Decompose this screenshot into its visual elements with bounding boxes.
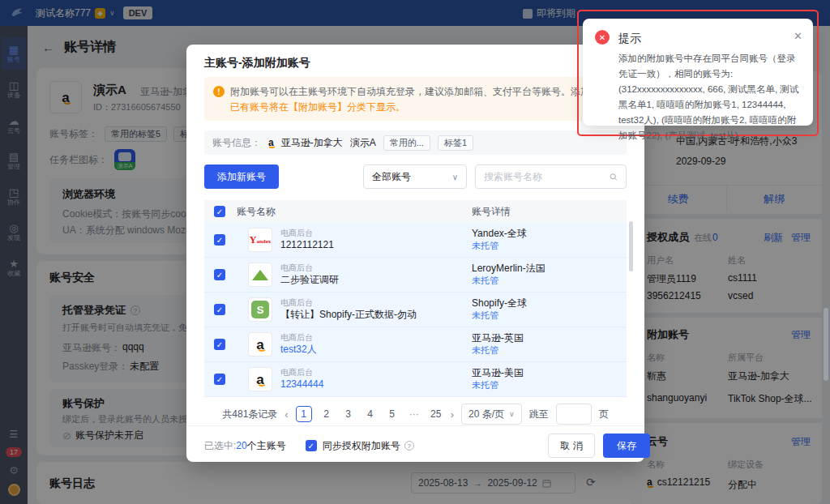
table-row[interactable]: ✓ 电商后台 二步验证调研 LeroyMerlin-法国 未托管 (204, 258, 627, 293)
table-scrollbar[interactable] (629, 221, 633, 395)
col-account-detail: 账号详情 (472, 205, 511, 219)
table-row[interactable]: ✓ a 电商后台 test32人 亚马逊-英国 未托管 (204, 327, 627, 362)
row-status-link[interactable]: 未托管 (472, 240, 527, 252)
banner-highlight: 已有账号将在【附加账号】分类下显示。 (230, 101, 405, 113)
row-status-link[interactable]: 未托管 (472, 379, 524, 391)
sync-auth-checkbox[interactable]: ✓ (306, 440, 317, 451)
amazon-logo: a (248, 367, 272, 391)
jump-suffix: 页 (599, 408, 609, 421)
amazon-logo: a (248, 332, 272, 357)
yandex-logo: Yandex (248, 228, 272, 252)
modal-title: 主账号-添加附加账号 (204, 56, 310, 70)
search-icon[interactable] (610, 172, 618, 182)
page-2[interactable]: 2 (319, 408, 334, 420)
col-account-name: 账号名称 (237, 205, 276, 219)
row-checkbox[interactable]: ✓ (214, 304, 225, 315)
page-ellipsis[interactable]: ··· (407, 408, 421, 420)
add-attach-account-modal: 主账号-添加附加账号 ! 附加账号可以在主账号环境下自动填充登录，建议添加邮箱、… (186, 45, 644, 462)
row-platform: LeroyMerlin-法国 (472, 262, 545, 275)
row-type: 电商后台 (280, 368, 467, 378)
table-row[interactable]: ✓ Yandex 电商后台 1212112121 Yandex-全球 未托管 (204, 223, 627, 258)
page-1[interactable]: 1 (296, 406, 312, 422)
pagination: 共481条记录 ‹ 1 2 3 4 5 ··· 25 › 20 条/页 ∨ 跳至… (204, 404, 627, 425)
search-box (475, 164, 627, 189)
row-platform: 亚马逊-英国 (472, 331, 524, 344)
row-status-link[interactable]: 未托管 (472, 275, 545, 287)
add-new-account-button[interactable]: 添加新账号 (204, 164, 279, 189)
app-window: 测试名称777 ◆ ∨ DEV 即将到期 ▦ 账号 ◫ 设备 ☁ 云号 ▤ 管理… (0, 0, 830, 504)
row-platform: 亚马逊-美国 (472, 366, 524, 379)
row-platform: Yandex-全球 (472, 227, 527, 240)
toast-highlight-annotation: ✕ 提示 ✕ 添加的附加账号中存在同平台同账号（登录凭证一致），相同的账号为: … (577, 10, 819, 136)
total-records: 共481条记录 (222, 408, 277, 421)
filter-value: 全部账号 (372, 170, 411, 184)
jump-label: 跳至 (529, 408, 549, 421)
row-status-link[interactable]: 未托管 (472, 310, 527, 322)
page-3[interactable]: 3 (341, 408, 356, 420)
row-type: 电商后台 (280, 298, 467, 308)
page-size-value: 20 条/页 (468, 408, 504, 421)
account-filter-select[interactable]: 全部账号 ∨ (363, 164, 467, 189)
shopify-logo: S (248, 297, 272, 322)
toast-title: 提示 (618, 32, 641, 46)
row-type: 电商后台 (280, 263, 467, 273)
selected-count: 20 (236, 440, 246, 451)
close-icon[interactable]: ✕ (794, 30, 802, 42)
row-type: 电商后台 (280, 333, 467, 343)
error-icon: ✕ (595, 30, 610, 45)
leroymerlin-logo (248, 263, 272, 287)
table-header: ✓ 账号名称 账号详情 (204, 200, 627, 223)
page-4[interactable]: 4 (363, 408, 378, 420)
sync-auth-label: 同步授权附加账号 (323, 439, 400, 453)
page-25[interactable]: 25 (429, 408, 443, 420)
row-checkbox[interactable]: ✓ (214, 234, 225, 246)
error-toast: ✕ 提示 ✕ 添加的附加账号中存在同平台同账号（登录凭证一致），相同的账号为: … (583, 19, 813, 126)
row-name: 【转让】Shopify-正式数据-勿动 (280, 308, 467, 321)
search-input[interactable] (484, 171, 610, 182)
row-type: 电商后台 (280, 229, 467, 238)
row-checkbox[interactable]: ✓ (214, 269, 225, 280)
selected-label: 已选中: (204, 439, 236, 453)
page-5[interactable]: 5 (385, 408, 400, 420)
table-row[interactable]: ✓ a 电商后台 12344444 亚马逊-美国 未托管 (204, 362, 627, 397)
cancel-button[interactable]: 取 消 (548, 434, 595, 458)
save-button[interactable]: 保存 (603, 434, 650, 458)
jump-page-input[interactable] (556, 404, 592, 425)
info-tag: 常用的... (383, 135, 430, 151)
info-label: 账号信息： (212, 136, 261, 150)
banner-text: 附加账号可以在主账号环境下自动填充登录，建议添加邮箱、支付平台等账号。添加后， (230, 86, 610, 97)
warning-banner: ! 附加账号可以在主账号环境下自动填充登录，建议添加邮箱、支付平台等账号。添加后… (204, 77, 627, 121)
row-name: 1212112121 (280, 238, 467, 251)
select-all-checkbox[interactable]: ✓ (214, 206, 225, 217)
page-size-select[interactable]: 20 条/页 ∨ (461, 404, 522, 425)
help-icon[interactable]: ? (404, 441, 414, 451)
selected-suffix: 个主账号 (247, 439, 286, 453)
chevron-down-icon: ∨ (509, 410, 515, 418)
row-checkbox[interactable]: ✓ (214, 374, 225, 385)
row-name[interactable]: 12344444 (280, 378, 467, 391)
table-row[interactable]: ✓ S 电商后台 【转让】Shopify-正式数据-勿动 Shopify-全球 … (204, 293, 627, 327)
info-tag: 标签1 (438, 135, 473, 151)
page-scrollbar[interactable] (824, 308, 828, 381)
info-platform: 亚马逊-加拿大 (281, 136, 343, 150)
next-page-icon[interactable]: › (451, 408, 454, 421)
warning-icon: ! (213, 86, 225, 97)
row-name: 二步验证调研 (280, 273, 467, 286)
row-platform: Shopify-全球 (472, 297, 527, 310)
row-name[interactable]: test32人 (280, 343, 467, 356)
footer-divider (186, 425, 644, 426)
toast-message: 添加的附加账号中存在同平台同账号（登录凭证一致），相同的账号为: (312xxx… (618, 51, 803, 143)
chevron-down-icon: ∨ (452, 173, 458, 182)
prev-page-icon[interactable]: ‹ (285, 408, 288, 421)
info-account-name: 演示A (350, 136, 376, 150)
row-checkbox[interactable]: ✓ (214, 339, 225, 350)
amazon-logo: a (268, 138, 274, 147)
row-status-link[interactable]: 未托管 (472, 344, 524, 357)
account-info-row: 账号信息： a 亚马逊-加拿大 演示A 常用的... 标签1 (204, 130, 627, 155)
modal-footer: 已选中: 20 个主账号 ✓ 同步授权附加账号 ? 取 消 保存 (204, 434, 632, 458)
